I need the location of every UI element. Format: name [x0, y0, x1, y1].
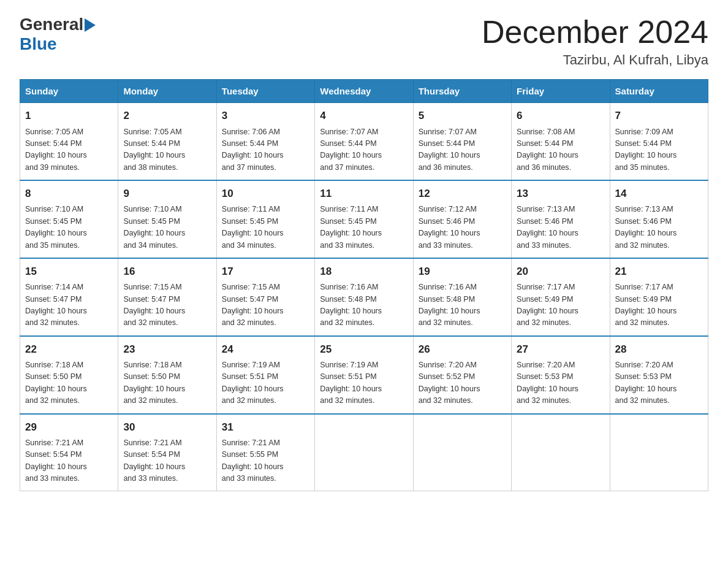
calendar-cell [413, 414, 511, 491]
calendar-cell: 30Sunrise: 7:21 AMSunset: 5:54 PMDayligh… [118, 414, 216, 491]
calendar-cell: 25Sunrise: 7:19 AMSunset: 5:51 PMDayligh… [315, 336, 413, 414]
calendar-cell: 5Sunrise: 7:07 AMSunset: 5:44 PMDaylight… [413, 103, 511, 180]
header-thursday: Thursday [413, 80, 511, 103]
calendar-cell: 13Sunrise: 7:13 AMSunset: 5:46 PMDayligh… [512, 180, 610, 258]
calendar-cell [315, 414, 413, 491]
header-wednesday: Wednesday [315, 80, 413, 103]
day-number: 17 [222, 264, 309, 280]
day-number: 12 [419, 186, 506, 202]
calendar-cell: 15Sunrise: 7:14 AMSunset: 5:47 PMDayligh… [20, 258, 118, 336]
calendar-cell: 18Sunrise: 7:16 AMSunset: 5:48 PMDayligh… [315, 258, 413, 336]
day-number: 30 [123, 419, 211, 435]
logo-general-text: General [20, 15, 83, 34]
day-number: 10 [222, 186, 309, 202]
logo-arrow-icon [85, 18, 96, 32]
calendar-cell: 27Sunrise: 7:20 AMSunset: 5:53 PMDayligh… [512, 336, 610, 414]
day-number: 9 [123, 186, 211, 202]
calendar-cell: 28Sunrise: 7:20 AMSunset: 5:53 PMDayligh… [610, 336, 708, 414]
day-number: 16 [123, 264, 211, 280]
day-number: 18 [320, 264, 408, 280]
calendar-cell [610, 414, 708, 491]
calendar-cell: 24Sunrise: 7:19 AMSunset: 5:51 PMDayligh… [216, 336, 314, 414]
header-tuesday: Tuesday [216, 80, 314, 103]
day-number: 5 [419, 108, 506, 124]
calendar-cell: 10Sunrise: 7:11 AMSunset: 5:45 PMDayligh… [216, 180, 314, 258]
week-row-1: 1Sunrise: 7:05 AMSunset: 5:44 PMDaylight… [20, 103, 708, 180]
header-monday: Monday [118, 80, 216, 103]
header-friday: Friday [512, 80, 610, 103]
calendar-cell: 8Sunrise: 7:10 AMSunset: 5:45 PMDaylight… [20, 180, 118, 258]
day-number: 31 [222, 419, 309, 435]
logo-blue-text: Blue [20, 34, 57, 54]
day-number: 20 [517, 264, 604, 280]
calendar-cell: 17Sunrise: 7:15 AMSunset: 5:47 PMDayligh… [216, 258, 314, 336]
calendar-cell: 14Sunrise: 7:13 AMSunset: 5:46 PMDayligh… [610, 180, 708, 258]
day-number: 13 [517, 186, 604, 202]
day-number: 22 [25, 342, 113, 358]
calendar-cell: 16Sunrise: 7:15 AMSunset: 5:47 PMDayligh… [118, 258, 216, 336]
svg-marker-0 [85, 18, 96, 32]
day-number: 6 [517, 108, 604, 124]
calendar-cell: 2Sunrise: 7:05 AMSunset: 5:44 PMDaylight… [118, 103, 216, 180]
day-number: 7 [615, 108, 703, 124]
day-number: 14 [615, 186, 703, 202]
calendar-cell: 6Sunrise: 7:08 AMSunset: 5:44 PMDaylight… [512, 103, 610, 180]
day-number: 23 [123, 342, 211, 358]
day-number: 29 [25, 419, 113, 435]
day-number: 2 [123, 108, 211, 124]
page-title: December 2024 [482, 15, 708, 50]
day-number: 19 [419, 264, 506, 280]
calendar-cell: 31Sunrise: 7:21 AMSunset: 5:55 PMDayligh… [216, 414, 314, 491]
calendar-cell: 1Sunrise: 7:05 AMSunset: 5:44 PMDaylight… [20, 103, 118, 180]
calendar-cell: 19Sunrise: 7:16 AMSunset: 5:48 PMDayligh… [413, 258, 511, 336]
week-row-3: 15Sunrise: 7:14 AMSunset: 5:47 PMDayligh… [20, 258, 708, 336]
day-number: 8 [25, 186, 113, 202]
day-number: 21 [615, 264, 703, 280]
calendar-cell: 29Sunrise: 7:21 AMSunset: 5:54 PMDayligh… [20, 414, 118, 491]
calendar-cell: 26Sunrise: 7:20 AMSunset: 5:52 PMDayligh… [413, 336, 511, 414]
header-sunday: Sunday [20, 80, 118, 103]
logo: General Blue [20, 15, 96, 54]
header-saturday: Saturday [610, 80, 708, 103]
calendar-cell: 9Sunrise: 7:10 AMSunset: 5:45 PMDaylight… [118, 180, 216, 258]
calendar-cell: 23Sunrise: 7:18 AMSunset: 5:50 PMDayligh… [118, 336, 216, 414]
week-row-4: 22Sunrise: 7:18 AMSunset: 5:50 PMDayligh… [20, 336, 708, 414]
calendar-cell: 3Sunrise: 7:06 AMSunset: 5:44 PMDaylight… [216, 103, 314, 180]
week-row-5: 29Sunrise: 7:21 AMSunset: 5:54 PMDayligh… [20, 414, 708, 491]
day-number: 4 [320, 108, 408, 124]
calendar-cell: 4Sunrise: 7:07 AMSunset: 5:44 PMDaylight… [315, 103, 413, 180]
title-block: December 2024 Tazirbu, Al Kufrah, Libya [482, 15, 708, 68]
day-number: 11 [320, 186, 408, 202]
calendar-cell: 7Sunrise: 7:09 AMSunset: 5:44 PMDaylight… [610, 103, 708, 180]
calendar-cell: 22Sunrise: 7:18 AMSunset: 5:50 PMDayligh… [20, 336, 118, 414]
page-subtitle: Tazirbu, Al Kufrah, Libya [482, 52, 708, 68]
page-header: General Blue December 2024 Tazirbu, Al K… [20, 15, 708, 68]
calendar-cell: 20Sunrise: 7:17 AMSunset: 5:49 PMDayligh… [512, 258, 610, 336]
calendar-cell [512, 414, 610, 491]
calendar-cell: 11Sunrise: 7:11 AMSunset: 5:45 PMDayligh… [315, 180, 413, 258]
week-row-2: 8Sunrise: 7:10 AMSunset: 5:45 PMDaylight… [20, 180, 708, 258]
day-number: 1 [25, 108, 113, 124]
day-number: 24 [222, 342, 309, 358]
calendar-table: SundayMondayTuesdayWednesdayThursdayFrid… [20, 79, 708, 491]
day-number: 15 [25, 264, 113, 280]
calendar-cell: 21Sunrise: 7:17 AMSunset: 5:49 PMDayligh… [610, 258, 708, 336]
day-number: 26 [419, 342, 506, 358]
calendar-header-row: SundayMondayTuesdayWednesdayThursdayFrid… [20, 80, 708, 103]
calendar-cell: 12Sunrise: 7:12 AMSunset: 5:46 PMDayligh… [413, 180, 511, 258]
day-number: 27 [517, 342, 604, 358]
day-number: 25 [320, 342, 408, 358]
day-number: 28 [615, 342, 703, 358]
day-number: 3 [222, 108, 309, 124]
